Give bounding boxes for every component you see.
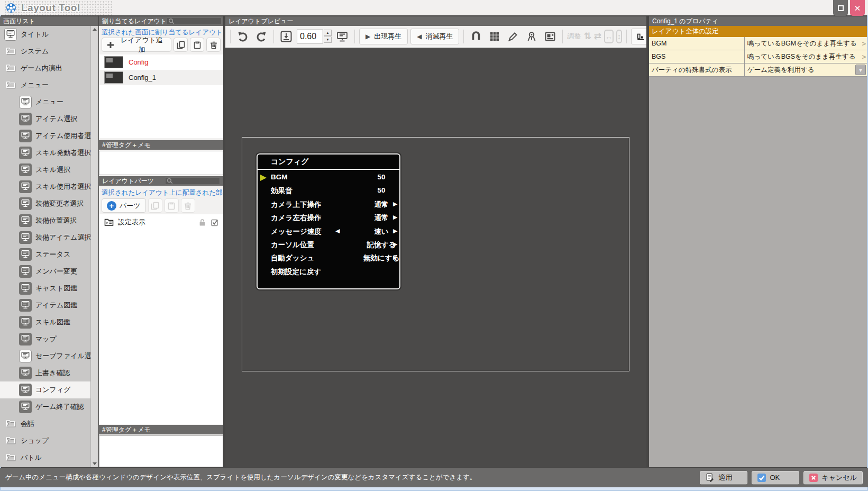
swap-horizontal-icon[interactable]: ⇄ xyxy=(594,31,601,42)
screen-list-item-label: スキル使用者選択 xyxy=(35,182,91,192)
screen-list-item[interactable]: アイテム選択 xyxy=(0,111,90,128)
layout-panel: 割り当てるレイアウト 選択された画面に割り当てるレイアウト レイアウト追加 xyxy=(99,16,223,467)
parts-tag-memo-input[interactable] xyxy=(99,435,223,467)
fit-view-button[interactable] xyxy=(278,29,294,44)
game-menu-row[interactable]: メッセージ速度 ◀ 速い ▶ xyxy=(258,225,399,238)
game-menu-row[interactable]: 初期設定に戻す ◀ ▶ xyxy=(258,265,399,278)
screen-list-item[interactable]: ゲーム内演出 xyxy=(0,60,90,77)
delete-part-button[interactable] xyxy=(181,198,195,213)
part-name: 設定表示 xyxy=(118,217,145,227)
cancel-button[interactable]: キャンセル xyxy=(803,471,863,485)
screen-list-item[interactable]: タイトル xyxy=(0,26,90,43)
redo-button[interactable] xyxy=(253,29,269,44)
unlock-icon[interactable] xyxy=(198,219,206,226)
zoom-input[interactable]: 0.60 xyxy=(297,30,323,43)
game-menu-row[interactable]: BGM ◀ 50 ▶ xyxy=(258,171,399,184)
screen-list-item[interactable]: アイテム使用者選択 xyxy=(0,128,90,144)
part-visible-checkbox[interactable] xyxy=(211,218,219,226)
screen-list-item[interactable]: キャスト図鑑 xyxy=(0,280,90,297)
add-layout-button[interactable]: レイアウト追加 xyxy=(102,38,171,52)
screen-list-item[interactable]: メニュー xyxy=(0,94,90,111)
screen-list-item[interactable]: ショップ xyxy=(0,432,90,449)
copy-layout-button[interactable] xyxy=(173,38,188,52)
screen-list-item-label: バトル xyxy=(21,453,42,462)
screen-list-item[interactable]: セーブファイル選択 xyxy=(0,348,90,365)
game-menu-row[interactable]: 自動ダッシュ ◀ 無効にする ▶ xyxy=(258,251,399,265)
screen-list-item[interactable]: システム xyxy=(0,43,90,60)
grid-button[interactable] xyxy=(487,29,502,44)
layout-search-input[interactable] xyxy=(176,19,220,24)
layout-list-item[interactable]: Config_1 xyxy=(99,70,223,85)
delete-layout-button[interactable] xyxy=(206,38,221,52)
maximize-button[interactable] xyxy=(833,0,848,16)
screen-list-item[interactable]: 会話 xyxy=(0,415,90,432)
undo-button[interactable] xyxy=(235,29,251,44)
game-menu-row[interactable]: カメラ左右操作 ◀ 通常 ▶ xyxy=(258,211,399,224)
monitor-icon xyxy=(21,114,30,125)
apply-button[interactable]: 適用 xyxy=(700,471,747,485)
magnet-button[interactable] xyxy=(468,29,484,44)
play-disappear-button[interactable]: ◀ 消滅再生 xyxy=(410,29,459,44)
arrange-button[interactable]: 配置 xyxy=(631,29,646,44)
screen-list-item-label: 装備アイテム選択 xyxy=(35,233,91,242)
layout-icon xyxy=(544,31,556,42)
screen-list-item[interactable]: ステータス xyxy=(0,246,90,263)
screen-list-header: 画面リスト xyxy=(0,16,98,26)
screen-list-scrollbar[interactable] xyxy=(90,26,98,467)
screen-list-item[interactable]: アイテム図鑑 xyxy=(0,297,90,314)
part-list-item[interactable]: 設定表示 xyxy=(99,214,223,230)
screen-list-item[interactable]: 装備位置選択 xyxy=(0,212,90,229)
capture-button[interactable] xyxy=(524,29,540,44)
copy-part-button[interactable] xyxy=(148,198,162,213)
screen-list-item[interactable]: コンフィグ xyxy=(0,381,98,398)
chevron-right-icon: > xyxy=(862,53,866,61)
ok-button[interactable]: OK xyxy=(752,471,799,485)
screen-list-item[interactable]: ゲーム終了確認 xyxy=(0,398,90,415)
screen-list-item[interactable]: スキル使用者選択 xyxy=(0,178,90,195)
zoom-up-button[interactable]: ▲ xyxy=(324,30,332,36)
game-menu-row[interactable]: カメラ上下操作 ◀ 通常 ▶ xyxy=(258,198,399,211)
screen-list-item-label: スキル選択 xyxy=(35,165,70,175)
screen-list-item[interactable]: メンバー変更 xyxy=(0,263,90,280)
paste-layout-button[interactable] xyxy=(190,38,204,52)
game-menu-row[interactable]: 効果音 ◀ 50 ▶ xyxy=(258,184,399,197)
screen-list-item[interactable]: スキル図鑑 xyxy=(0,314,90,331)
game-config-window[interactable]: コンフィグ BGM ◀ 50 ▶ 効果音 ◀ 50 xyxy=(257,153,400,289)
pen-button[interactable] xyxy=(505,29,521,44)
screen-list-item[interactable]: マップ xyxy=(0,331,90,348)
screen-list-item[interactable]: バトル xyxy=(0,449,90,466)
screen-list-item[interactable]: 上書き確認 xyxy=(0,365,90,381)
monitor-view-button[interactable] xyxy=(334,29,350,44)
preview-canvas[interactable]: コンフィグ BGM ◀ 50 ▶ 効果音 ◀ 50 xyxy=(225,47,646,467)
property-value[interactable]: ゲーム定義を利用する > ▼ xyxy=(745,63,867,76)
scroll-down-icon[interactable] xyxy=(93,462,97,465)
layout-search[interactable] xyxy=(167,17,222,25)
property-row[interactable]: パーティの特殊書式の表示 ゲーム定義を利用する > ▼ xyxy=(649,63,867,77)
play-appear-button[interactable]: ▶ 出現再生 xyxy=(359,29,408,44)
layout-list-item[interactable]: Config xyxy=(99,54,223,70)
screen-list-item[interactable]: 装備変更者選択 xyxy=(0,195,90,212)
property-row[interactable]: BGM 鳴っているBGMをそのまま再生する > ▼ xyxy=(649,37,867,50)
screen-list-item[interactable]: メニュー xyxy=(0,77,90,94)
resize-horizontal-icon[interactable]: ↔ xyxy=(604,30,614,43)
zoom-down-button[interactable]: ▼ xyxy=(324,37,332,43)
property-value[interactable]: 鳴っているBGMをそのまま再生する > ▼ xyxy=(745,37,867,50)
menu-value: 50 xyxy=(346,186,416,194)
resize-vertical-icon[interactable]: ↕ xyxy=(616,30,622,43)
scroll-up-icon[interactable] xyxy=(93,28,97,31)
screen-list-item[interactable]: スキル選択 xyxy=(0,161,90,178)
swap-vertical-icon[interactable]: ⇅ xyxy=(583,31,591,42)
parts-search-input[interactable] xyxy=(174,178,218,184)
screen-list-item[interactable]: スキル発動者選択 xyxy=(0,144,90,161)
game-menu-row[interactable]: カーソル位置 ◀ 記憶する ▶ xyxy=(258,238,399,251)
property-row[interactable]: BGS 鳴っているBGSをそのまま再生する > ▼ xyxy=(649,50,867,63)
layout-view-button[interactable] xyxy=(542,29,558,44)
paste-part-button[interactable] xyxy=(165,198,179,213)
add-part-button[interactable]: + パーツ xyxy=(102,198,146,213)
parts-search[interactable] xyxy=(165,177,220,185)
close-button[interactable]: ✕ xyxy=(850,0,865,16)
dropdown-button[interactable]: ▼ xyxy=(855,65,866,75)
screen-list-item[interactable]: 装備アイテム選択 xyxy=(0,229,90,246)
tag-memo-input[interactable] xyxy=(99,151,223,175)
property-value[interactable]: 鳴っているBGSをそのまま再生する > ▼ xyxy=(745,50,867,63)
